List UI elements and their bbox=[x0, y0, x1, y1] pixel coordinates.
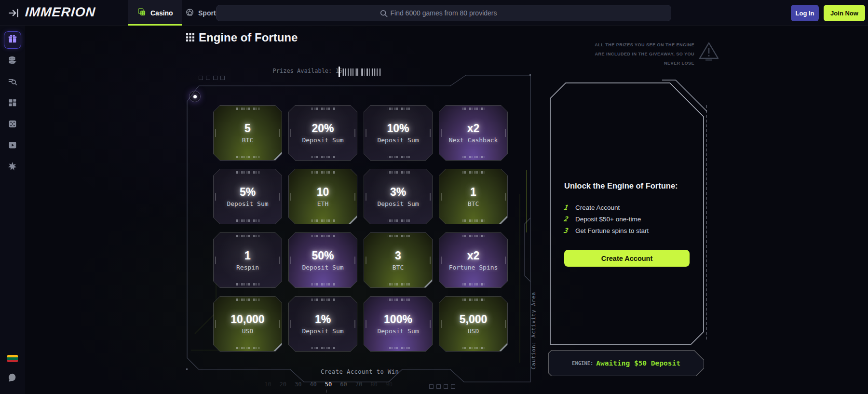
sidebar-item-originals[interactable] bbox=[4, 116, 21, 134]
corner-fold bbox=[273, 152, 282, 160]
casino-dice-icon bbox=[137, 7, 147, 18]
ruler: 102030405060708090 bbox=[264, 381, 393, 388]
prize-tile: 10,000USD bbox=[213, 296, 282, 352]
tab-casino-label: Casino bbox=[150, 9, 173, 17]
sidebar-item-live[interactable] bbox=[4, 137, 21, 155]
step-2-text: Deposit $50+ one-time bbox=[575, 216, 641, 223]
search-list-icon bbox=[7, 76, 18, 89]
prize-tile: 20%Deposit Sum bbox=[288, 105, 357, 161]
page-title: Engine of Fortune bbox=[186, 31, 298, 44]
corner-fold bbox=[349, 216, 357, 224]
corner-fold bbox=[499, 216, 507, 224]
sport-ball-icon bbox=[185, 8, 194, 18]
step-1: 1 Create Account bbox=[564, 202, 649, 213]
top-navigation-bar: IMMERION Casino Sport bbox=[0, 0, 868, 26]
prize-grid: 5BTC20%Deposit Sum10%Deposit Sumx2Next C… bbox=[213, 105, 508, 352]
ruler-number: 90 bbox=[386, 381, 393, 388]
chat-icon bbox=[7, 372, 18, 385]
engine-status-text: Awaiting $50 Deposit bbox=[596, 359, 680, 367]
prize-tile: 3BTC bbox=[364, 232, 433, 288]
sidebar-item-chat[interactable] bbox=[4, 370, 21, 387]
glow-dot-marker bbox=[189, 91, 201, 102]
dice-icon bbox=[7, 119, 18, 131]
step-2-number: 2 bbox=[563, 215, 570, 223]
left-sidebar bbox=[0, 26, 25, 394]
language-selector-lithuania-flag[interactable] bbox=[7, 355, 18, 362]
giveaway-disclaimer: ALL THE PRIZES YOU SEE ON THE ENGINE ARE… bbox=[593, 41, 694, 68]
game-search bbox=[216, 5, 671, 21]
engine-status-box: ENGINE: Awaiting $50 Deposit bbox=[548, 350, 704, 376]
engine-status-prefix: ENGINE: bbox=[572, 360, 593, 366]
coins-icon bbox=[7, 55, 18, 68]
prize-tile: 5,000USD bbox=[439, 296, 508, 352]
search-input[interactable] bbox=[217, 5, 671, 21]
step-2: 2 Deposit $50+ one-time bbox=[564, 213, 649, 225]
video-icon bbox=[7, 140, 18, 152]
ruler-number: 50 bbox=[325, 381, 332, 388]
brand-logo[interactable]: IMMERION bbox=[25, 5, 96, 20]
step-3-text: Get Fortune spins to start bbox=[575, 227, 649, 234]
unlock-panel-heading: Unlock the Engine of Fortune: bbox=[564, 181, 678, 190]
app-root: IMMERION Casino Sport bbox=[0, 0, 868, 394]
corner-fold bbox=[273, 343, 282, 351]
corner-fold bbox=[499, 343, 507, 351]
sidebar-item-lobby[interactable] bbox=[4, 95, 21, 112]
tab-sport-label: Sport bbox=[198, 9, 216, 17]
dashboard-icon bbox=[7, 97, 18, 110]
decor-squares-bottom-right bbox=[429, 384, 455, 389]
prize-tile: 5BTC bbox=[213, 105, 282, 161]
board-footer-text: Create Account to Win bbox=[182, 368, 537, 375]
sidebar-collapse-icon[interactable] bbox=[8, 7, 20, 19]
login-button[interactable]: Log In bbox=[791, 5, 819, 21]
prize-tile: 3%Deposit Sum bbox=[364, 169, 433, 224]
sidebar-item-search-games[interactable] bbox=[4, 74, 21, 91]
ruler-tick bbox=[326, 390, 326, 393]
prize-tile: 1%Deposit Sum bbox=[288, 296, 357, 352]
page-title-text: Engine of Fortune bbox=[199, 31, 298, 44]
engine-of-fortune-board: 5BTC20%Deposit Sum10%Deposit Sumx2Next C… bbox=[182, 73, 537, 390]
prize-tile: 1BTC bbox=[439, 169, 508, 224]
ruler-number: 80 bbox=[370, 381, 377, 388]
ruler-number: 30 bbox=[295, 381, 301, 388]
prize-tile: 10%Deposit Sum bbox=[364, 105, 433, 161]
grid-dots-icon bbox=[186, 31, 194, 44]
tab-casino[interactable]: Casino bbox=[128, 0, 182, 26]
star-icon bbox=[7, 161, 18, 174]
prize-tile: x2Next Cashback bbox=[439, 105, 508, 161]
step-3-number: 3 bbox=[563, 227, 570, 234]
step-3: 3 Get Fortune spins to start bbox=[564, 225, 649, 236]
ruler-number: 20 bbox=[279, 381, 286, 388]
prize-tile: 100%Deposit Sum bbox=[364, 296, 433, 352]
sidebar-item-bonuses[interactable] bbox=[4, 159, 21, 176]
prize-tile: 10ETH bbox=[288, 169, 357, 224]
decor-dashed-line bbox=[706, 105, 707, 340]
gift-icon bbox=[7, 34, 18, 46]
prize-tile: x2Fortune Spins bbox=[439, 232, 508, 288]
corner-fold bbox=[424, 279, 432, 287]
step-1-text: Create Account bbox=[575, 204, 620, 211]
create-account-button[interactable]: Create Account bbox=[564, 250, 690, 267]
ruler-number: 40 bbox=[310, 381, 316, 388]
join-now-button[interactable]: Join Now bbox=[824, 5, 865, 21]
caution-activity-area-label: Caution: Activity Area bbox=[530, 278, 536, 369]
decor-squares-top-left bbox=[199, 76, 225, 80]
prize-tile: 50%Deposit Sum bbox=[288, 232, 357, 288]
sidebar-item-coins[interactable] bbox=[4, 53, 21, 70]
unlock-steps: 1 Create Account 2 Deposit $50+ one-time… bbox=[564, 202, 649, 236]
prize-tile: 1Respin bbox=[213, 232, 282, 288]
step-1-number: 1 bbox=[563, 204, 570, 211]
ruler-number: 10 bbox=[264, 381, 271, 388]
prize-tile: 5%Deposit Sum bbox=[213, 169, 282, 224]
ruler-number: 70 bbox=[355, 381, 362, 388]
ruler-number: 60 bbox=[340, 381, 347, 388]
warning-triangle-icon bbox=[697, 40, 720, 65]
sidebar-item-promotions[interactable] bbox=[4, 31, 21, 49]
